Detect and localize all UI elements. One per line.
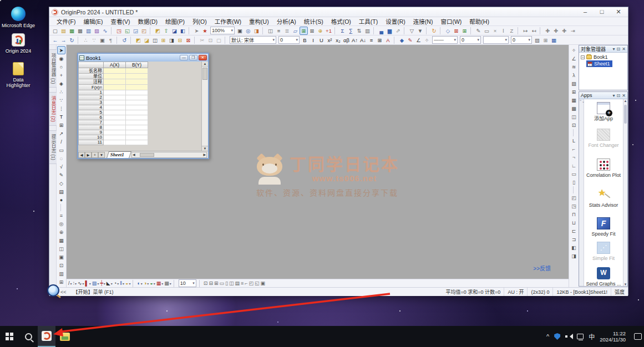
desktop-icon-edge[interactable]: Microsoft Edge (1, 7, 36, 28)
cell[interactable] (126, 130, 148, 135)
toolbar-icon[interactable]: ⊕ (316, 27, 324, 35)
toolbar-icon[interactable]: U (317, 36, 326, 44)
tool-icon[interactable]: ↗ (57, 129, 65, 137)
layout-icon[interactable]: ⊟ (208, 280, 214, 287)
toolbar-icon[interactable]: ▣ (98, 36, 107, 44)
tool-icon[interactable]: ⊏ (570, 227, 578, 235)
cell[interactable] (126, 68, 148, 74)
toolbar-icon[interactable]: ▥ (363, 27, 372, 35)
scroll-left-arrow[interactable]: ◀ (133, 152, 135, 157)
tool-icon[interactable]: ∴ (57, 88, 65, 96)
toolbar-icon[interactable]: ◪ (170, 27, 179, 35)
layout-icon[interactable]: ◰ (249, 280, 255, 287)
tool-icon[interactable]: L (570, 136, 578, 145)
cell[interactable] (104, 135, 126, 140)
toolbar-icon[interactable]: A↑ (351, 36, 359, 44)
toolbar-icon[interactable]: ⊞ (376, 36, 384, 44)
sheet-tab[interactable]: Sheet1 (107, 151, 131, 158)
toolbar-icon[interactable]: ∠ (414, 36, 423, 44)
toolbar-icon[interactable]: ↺ (120, 36, 129, 44)
toolbar-icon[interactable]: ▭ (483, 27, 491, 35)
layout-icon[interactable]: ◫ (229, 280, 235, 287)
panel-close-button[interactable]: ✕ (622, 93, 626, 98)
toolbar-icon[interactable]: ◧ (179, 27, 187, 35)
cell[interactable] (126, 135, 148, 140)
tool-icon[interactable]: ● (57, 196, 65, 204)
cell[interactable] (126, 100, 148, 105)
tool-icon[interactable]: ⊞ (57, 278, 65, 286)
panel-close-button[interactable]: ✕ (622, 47, 626, 52)
taskbar-origin-button[interactable] (38, 326, 55, 347)
pin-icon[interactable]: ⊡ (617, 93, 621, 98)
cell[interactable] (104, 120, 126, 125)
toolbar-icon[interactable]: ✧ (423, 36, 431, 44)
menu-item[interactable]: 数据(D) (134, 17, 161, 25)
scroll-thumb[interactable] (140, 153, 154, 157)
toolbar-icon[interactable]: ⊞ (541, 36, 550, 44)
label-row[interactable]: 单位 (78, 74, 208, 79)
tool-icon[interactable]: ▯ (570, 178, 578, 186)
tree-node-sheet1[interactable]: Sheet1 (586, 60, 627, 67)
toolbar-icon[interactable]: ◇ (444, 27, 452, 35)
tool-icon[interactable]: + (57, 71, 65, 79)
plot-type-icon[interactable]: ┿▾ (99, 280, 105, 287)
plot-type-icon[interactable]: ▨▾ (92, 280, 100, 287)
toolbar-icon[interactable]: ⇥ (569, 27, 577, 35)
tool-icon[interactable]: ¬ (570, 153, 578, 161)
toolbar-icon[interactable]: ✎ (474, 27, 483, 35)
toolbar-icon[interactable]: Z (508, 27, 516, 35)
toolbar-icon[interactable]: ▽ (408, 27, 416, 35)
desktop-icon-data-highlighter[interactable]: Data Highlighter (1, 62, 36, 88)
toolbar-icon[interactable]: ∿ (101, 27, 109, 35)
plot-type-icon[interactable]: ◑▾ (143, 280, 149, 287)
tool-icon[interactable]: ◰ (570, 193, 578, 202)
tool-icon[interactable]: √ (57, 162, 65, 171)
plot-type-icon[interactable]: ◐▾ (136, 280, 143, 287)
minimize-button[interactable]: – (581, 8, 589, 16)
cell[interactable] (126, 110, 148, 115)
tool-icon[interactable]: ◎ (57, 220, 65, 228)
toolbar-icon[interactable]: ◫ (266, 27, 275, 35)
tool-icon[interactable]: ◫ (570, 113, 578, 121)
plot-type-icon[interactable]: ∶▾ (73, 280, 77, 287)
tool-icon[interactable]: ○ (57, 63, 65, 71)
tool-icon[interactable]: ✧ (570, 46, 578, 54)
toolbar-icon[interactable]: B (301, 36, 309, 44)
close-button[interactable]: ✕ (615, 8, 622, 16)
tool-icon[interactable]: ▦ (57, 236, 65, 244)
layout-icon[interactable]: ≡ (240, 280, 244, 287)
toolbar-icon[interactable]: ▥ (84, 27, 93, 35)
toolbar-icon[interactable]: ≡ (367, 36, 376, 44)
cell[interactable] (126, 85, 148, 90)
toolbar-icon[interactable]: x² (326, 36, 334, 44)
tool-icon[interactable]: ⊔ (570, 218, 578, 227)
tool-icon[interactable]: ⊐ (570, 235, 578, 243)
menu-item[interactable]: 连接(N) (409, 17, 437, 25)
menu-item[interactable]: 设置(R) (382, 17, 409, 25)
tool-icon[interactable]: ∵ (57, 96, 65, 104)
toolbar-icon[interactable]: ◲ (131, 27, 140, 35)
column-header-b[interactable]: B(Y) (126, 62, 148, 68)
toolbar-icon[interactable]: ★ (201, 27, 209, 35)
layout-icon[interactable]: ▣ (260, 280, 266, 287)
menu-item[interactable]: 分析(A) (273, 17, 300, 25)
line-style-dropdown[interactable]: ——▾ (432, 36, 458, 44)
menu-item[interactable]: 编辑(E) (79, 17, 107, 25)
toolbar-icon[interactable]: ▼ (416, 27, 424, 35)
cell[interactable] (104, 105, 126, 110)
cell[interactable] (126, 95, 148, 100)
toolbar-icon[interactable]: ◩ (134, 36, 143, 44)
cell[interactable] (104, 115, 126, 120)
cell[interactable] (104, 68, 126, 74)
toolbar-icon[interactable]: Σ (338, 27, 347, 35)
toolbar-icon[interactable]: ▦ (68, 27, 76, 35)
tool-icon[interactable]: / (57, 137, 65, 146)
taskbar-search-button[interactable] (19, 326, 38, 347)
toolbar-icon[interactable]: × (491, 27, 499, 35)
toolbar-icon[interactable]: ∴ (82, 36, 90, 44)
tool-icon[interactable]: ⊡ (57, 261, 65, 269)
toolbar-icon[interactable]: ◪ (143, 36, 151, 44)
label-row[interactable]: 注释 (78, 79, 208, 85)
toolbar-icon[interactable]: ↻ (68, 36, 76, 44)
toolbar-icon[interactable]: A (384, 36, 392, 44)
